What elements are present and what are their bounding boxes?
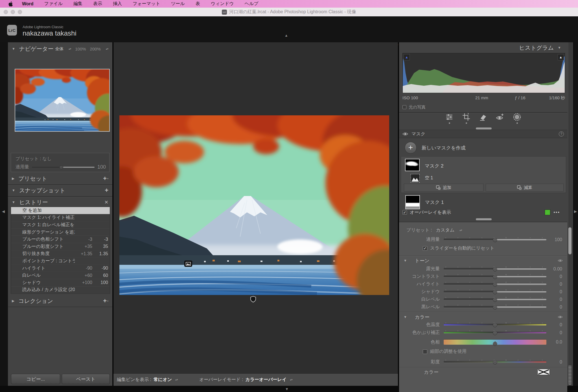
presets-section-header[interactable]: ▶ プリセット +▾ [8, 174, 112, 183]
collections-section-header[interactable]: ▶ コレクション +▾ [8, 296, 112, 306]
navigator-preview[interactable] [15, 69, 110, 132]
history-section-header[interactable]: ▼ ヒストリー ✕ [8, 197, 112, 207]
color-eye-icon[interactable] [558, 315, 563, 319]
shadows-slider[interactable] [444, 291, 546, 292]
slider-thumb[interactable] [493, 298, 497, 302]
saturation-slider[interactable] [444, 361, 546, 363]
minimize-window-button[interactable] [11, 10, 15, 14]
original-photo-checkbox[interactable] [402, 105, 406, 109]
add-snapshot-button[interactable]: + [105, 187, 108, 194]
menu-item-format[interactable]: フォーマット [127, 1, 166, 7]
exposure-slider[interactable] [444, 268, 546, 270]
sky1-thumbnail[interactable] [411, 174, 420, 182]
tone-eye-icon[interactable] [558, 259, 563, 262]
collapse-left-panel-arrow[interactable]: ◀ [2, 209, 5, 213]
slider-thumb[interactable] [493, 342, 497, 346]
crop-tool[interactable] [461, 113, 471, 127]
blacks-slider[interactable] [444, 306, 546, 308]
slider-thumb[interactable] [493, 305, 497, 309]
panel-drag-handle[interactable] [476, 127, 492, 129]
overlay-mode-value[interactable]: カラーオーバーレイ [245, 377, 286, 383]
copy-settings-button[interactable]: コピー... [11, 374, 60, 384]
history-row[interactable]: ハイライト-90-90 [11, 265, 110, 272]
history-row[interactable]: 線形グラデーション を追加 [11, 229, 110, 236]
slider-thumb[interactable] [59, 165, 63, 169]
overlay-options-button[interactable]: ••• [553, 210, 560, 215]
sky1-label[interactable]: 空 1 [425, 175, 433, 181]
add-collection-button[interactable]: + [103, 297, 107, 305]
sky-mask-pin[interactable] [184, 261, 192, 267]
color-section-header[interactable]: ▼ カラー [399, 313, 567, 321]
zoom-200-button[interactable]: 200% [90, 47, 101, 51]
menu-item-window[interactable]: ウィンドウ [205, 1, 239, 7]
preset-amount-slider[interactable] [32, 167, 95, 168]
slider-thumb[interactable] [493, 290, 497, 294]
panel-drag-handle[interactable] [476, 218, 492, 220]
slider-thumb[interactable] [493, 282, 497, 287]
history-row[interactable]: 読み込み / カメラ設定 (2024/06/23 2:01:00) [11, 287, 110, 294]
histogram[interactable]: ▲ ▲ [402, 53, 565, 93]
auto-reset-checkbox[interactable]: ✓ [423, 246, 427, 251]
edit-tool[interactable] [445, 113, 454, 127]
tone-section-header[interactable]: ▼ トーン [399, 257, 567, 265]
masking-tool[interactable] [512, 113, 522, 127]
paste-settings-button[interactable]: ペースト [62, 374, 110, 384]
collapse-bottom-panel-arrow[interactable]: ▼ [285, 387, 289, 391]
healing-tool[interactable] [478, 113, 488, 127]
menu-item-file[interactable]: ファイル [39, 1, 68, 7]
no-color-swatch[interactable] [537, 369, 550, 375]
create-new-mask-button[interactable]: + [405, 142, 417, 154]
updown-icon[interactable]: ▴▾ [175, 379, 178, 381]
mask-add-button[interactable]: 追加 [404, 184, 483, 191]
highlight-clipping-indicator[interactable]: ▲ [558, 54, 564, 60]
edit-pins-value[interactable]: 常にオン [154, 377, 172, 383]
slider-thumb[interactable] [493, 360, 497, 364]
history-row[interactable]: 切り抜き角度+1.351.35 [11, 250, 110, 258]
menu-item-help[interactable]: ヘルプ [239, 1, 264, 7]
history-row[interactable]: 空 を追加 [11, 207, 110, 214]
updown-icon[interactable]: ▴▾ [290, 379, 293, 381]
history-row[interactable]: マスク 1: ハイライト補正を更新 [11, 214, 110, 222]
highlights-slider[interactable] [444, 283, 546, 285]
apple-menu[interactable] [5, 1, 17, 6]
menu-item-edit[interactable]: 編集 [68, 1, 88, 7]
eye-icon[interactable] [402, 132, 408, 136]
mask-subtract-button[interactable]: 減算 [486, 184, 564, 191]
slider-thumb[interactable] [493, 323, 497, 327]
hue-slider[interactable] [444, 340, 546, 345]
scrollbar-grip[interactable] [568, 365, 572, 385]
navigator-header[interactable]: ▼ ナビゲーター 全体▴▾ 100% 200%▴▾ [8, 42, 112, 55]
collapse-right-panel-arrow[interactable]: ▶ [574, 209, 577, 213]
slider-thumb[interactable] [493, 275, 497, 279]
mask-preset-value[interactable]: カスタム [436, 227, 455, 233]
mask2-label[interactable]: マスク 2 [425, 163, 443, 169]
slider-thumb[interactable] [493, 238, 497, 242]
mask1-thumbnail[interactable] [405, 195, 420, 209]
histogram-header[interactable]: ヒストグラム ▼ [399, 42, 567, 53]
updown-icon[interactable]: ▴▾ [459, 229, 462, 231]
overlay-color-swatch[interactable] [545, 210, 550, 215]
menu-item-view[interactable]: 表示 [88, 1, 108, 7]
history-row[interactable]: ブルーの彩度シフト+3535 [11, 243, 110, 250]
history-row[interactable]: 白レベル+6060 [11, 272, 110, 279]
contrast-slider[interactable] [444, 276, 546, 277]
history-row[interactable]: シャドウ+100100 [11, 279, 110, 287]
clear-history-button[interactable]: ✕ [104, 199, 108, 205]
slider-thumb[interactable] [493, 267, 497, 271]
right-panel-scrollbar[interactable] [568, 42, 572, 386]
history-row[interactable]: マスク 1: 白レベル補正を更新 [11, 221, 110, 229]
close-window-button[interactable] [4, 10, 8, 14]
menu-item-word[interactable]: Word [17, 1, 39, 6]
shadow-clipping-indicator[interactable]: ▲ [404, 54, 410, 60]
red-eye-tool[interactable] [495, 113, 505, 127]
mask-pin[interactable] [250, 296, 256, 303]
tint-slider[interactable] [444, 332, 546, 333]
temp-slider[interactable] [444, 324, 546, 325]
menu-item-tools[interactable]: ツール [166, 1, 190, 7]
collapse-top-panel-arrow[interactable]: ▲ [284, 33, 288, 38]
add-preset-button[interactable]: + [103, 175, 107, 182]
mask-info-icon[interactable]: ? [559, 131, 564, 136]
photo-canvas[interactable] [119, 115, 389, 295]
history-row[interactable]: ブルーの色相シフト-3-3 [11, 236, 110, 243]
scrollbar-thumb[interactable] [568, 227, 572, 254]
